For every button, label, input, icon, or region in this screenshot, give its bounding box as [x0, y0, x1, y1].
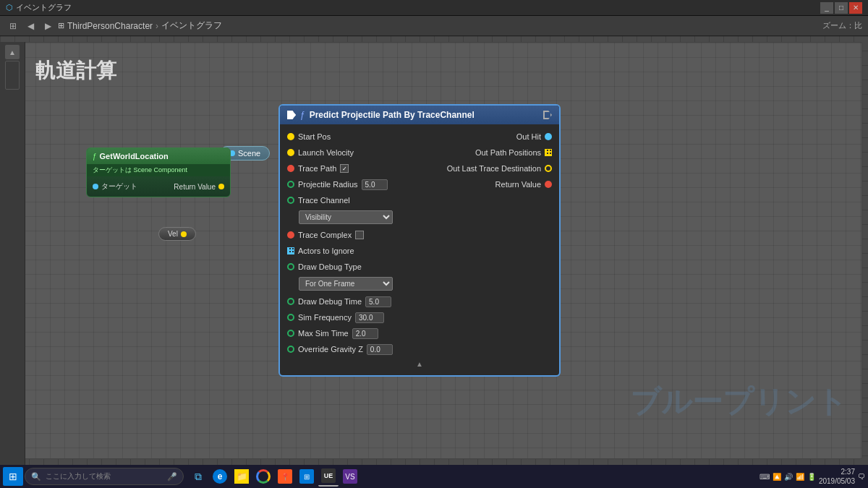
- minimize-button[interactable]: _: [820, 2, 833, 14]
- pin-channel: Trace Channel: [287, 196, 350, 205]
- scroll-indicator: ▲: [280, 357, 559, 371]
- pin-actors-label: Actors to Ignore: [298, 247, 354, 255]
- vel-button[interactable]: Vel: [158, 227, 196, 241]
- pin-return-label: Return Value: [174, 183, 216, 191]
- pin-outpath: Out Path Positions: [475, 148, 552, 157]
- debugtime-input[interactable]: [365, 296, 391, 307]
- pin-radius-label: Projectile Radius: [298, 180, 358, 189]
- pin-debugtype-dot: [287, 263, 294, 270]
- panel-scroll-track[interactable]: [5, 61, 20, 90]
- radius-input[interactable]: [362, 179, 388, 190]
- predict-box: ƒ Predict Projectile Path By TraceChanne…: [278, 104, 561, 377]
- pin-return-dot: [218, 184, 224, 189]
- predict-row-channel: Trace Channel: [280, 192, 559, 208]
- panel-scroll-up[interactable]: ▲: [5, 45, 20, 59]
- pin-return: Return Value: [174, 183, 224, 191]
- breadcrumb-separator: ›: [156, 21, 158, 31]
- forward-button[interactable]: ▶: [41, 19, 55, 33]
- vel-pin: [181, 231, 187, 237]
- title-bar: ⬡ イベントグラフ _ □ ✕: [0, 0, 868, 16]
- maximize-button[interactable]: □: [835, 2, 848, 14]
- search-placeholder: ここに入力して検索: [46, 471, 111, 481]
- home-button[interactable]: ⊞: [6, 19, 20, 33]
- pin-gravity-dot: [287, 346, 294, 353]
- pin-outpath-dot: [545, 149, 552, 156]
- maps-button[interactable]: 📍: [275, 466, 295, 487]
- pin-tracepath-label: Trace Path: [298, 164, 336, 173]
- predict-row-radius: Projectile Radius Return Value: [280, 176, 559, 192]
- chrome-button[interactable]: [253, 466, 273, 487]
- taskbar: ⊞ 🔍 ここに入力して検索 🎤 ⧉ e 📁 📍 ⊞ UE VS ⌨ 🔼 🔊: [0, 465, 868, 488]
- graph-canvas[interactable]: 軌道計算 ブループリント Scene ƒ GetWorldLocation: [6, 42, 862, 459]
- breadcrumb-graph[interactable]: イベントグラフ: [161, 20, 222, 32]
- mic-icon: 🎤: [167, 472, 177, 481]
- title-bar-icon: ⬡: [6, 3, 13, 12]
- vel-label: Vel: [168, 230, 178, 238]
- close-button[interactable]: ✕: [849, 2, 862, 14]
- pin-complex-label: Trace Complex: [298, 231, 352, 239]
- pin-outpath-label: Out Path Positions: [475, 148, 541, 157]
- predict-row-simfreq: Sim Frequency: [280, 309, 559, 325]
- vs-button[interactable]: VS: [340, 466, 360, 487]
- ue4-button[interactable]: UE: [318, 466, 339, 487]
- get-world-box: ƒ GetWorldLocation ターゲットは Scene Componen…: [86, 147, 231, 197]
- task-view-button[interactable]: ⧉: [188, 466, 208, 487]
- pin-simfreq: Sim Frequency: [287, 312, 384, 323]
- pin-simtime: Max Sim Time: [287, 328, 378, 339]
- taskbar-tray: ⌨ 🔼 🔊 📶 🔋 2:37 2019/05/03 🗨: [760, 467, 865, 486]
- taskbar-search[interactable]: 🔍 ここに入力して検索 🎤: [25, 468, 184, 485]
- pin-debugtime-dot: [287, 298, 294, 305]
- tray-time[interactable]: 2:37 2019/05/03: [819, 467, 855, 486]
- canvas-area[interactable]: 軌道計算 ブループリント Scene ƒ GetWorldLocation: [0, 36, 868, 465]
- pin-simtime-dot: [287, 330, 294, 337]
- predict-row-complex: Trace Complex: [280, 227, 559, 243]
- predict-row-startpos: Start Pos Out Hit: [280, 129, 559, 145]
- pin-velocity-dot: [287, 149, 294, 156]
- back-button[interactable]: ◀: [23, 19, 38, 33]
- pin-debugtime: Draw Debug Time: [287, 296, 391, 307]
- trace-channel-dropdown-row: Visibility Camera WorldStatic: [280, 208, 559, 227]
- pin-outhit: Out Hit: [516, 132, 552, 141]
- start-button[interactable]: ⊞: [3, 467, 23, 486]
- pin-tracepath: Trace Path ✓: [287, 164, 349, 173]
- pin-target-label: ターゲット: [101, 181, 137, 192]
- tray-icon-4: 📶: [796, 473, 804, 481]
- pin-debugtime-label: Draw Debug Time: [298, 297, 362, 306]
- predict-row-debugtime: Draw Debug Time: [280, 294, 559, 309]
- zoom-label: ズーム：比: [822, 20, 862, 31]
- tray-icon-2: 🔼: [773, 473, 781, 481]
- pin-radius-dot: [287, 181, 294, 188]
- store-button[interactable]: ⊞: [297, 466, 317, 487]
- date-display: 2019/05/03: [819, 476, 855, 486]
- pin-outlasttrace-dot: [545, 165, 552, 172]
- trace-path-checkbox[interactable]: ✓: [340, 164, 349, 173]
- pin-tracepath-dot: [287, 165, 294, 172]
- breadcrumb-character[interactable]: ThirdPersonCharacter: [67, 21, 153, 31]
- time-display: 2:37: [819, 467, 855, 476]
- pin-startpos-dot: [287, 133, 294, 140]
- exec-pin-in: [287, 111, 296, 119]
- pin-outhit-label: Out Hit: [516, 132, 541, 141]
- menu-bar: ⊞ ◀ ▶ ⊞ ThirdPersonCharacter › イベントグラフ ズ…: [0, 16, 868, 36]
- simtime-input[interactable]: [352, 328, 378, 339]
- get-world-location-node: ƒ GetWorldLocation ターゲットは Scene Componen…: [86, 147, 231, 197]
- trace-complex-checkbox[interactable]: [355, 231, 364, 239]
- trace-channel-select[interactable]: Visibility Camera WorldStatic: [299, 210, 393, 224]
- gravity-input[interactable]: [367, 344, 393, 355]
- graph-title: 軌道計算: [35, 57, 116, 85]
- pin-returnval-dot: [545, 181, 552, 188]
- node-subtitle: ターゲットは Scene Component: [87, 164, 230, 176]
- explorer-button[interactable]: 📁: [231, 466, 252, 487]
- title-bar-text: イベントグラフ: [16, 2, 72, 13]
- left-panel: ▲: [0, 42, 25, 488]
- pin-returnval: Return Value: [495, 180, 552, 189]
- debug-type-select[interactable]: For One Frame None For Duration Persiste…: [299, 277, 393, 291]
- pin-target: ターゲット: [93, 181, 137, 192]
- node-title: GetWorldLocation: [100, 152, 169, 160]
- blueprint-watermark: ブループリント: [630, 382, 847, 422]
- predict-row-tracepath: Trace Path ✓ Out Last Trace Destination: [280, 160, 559, 176]
- pin-debugtype-label: Draw Debug Type: [298, 262, 362, 271]
- simfreq-input[interactable]: [355, 312, 384, 323]
- pin-debugtype: Draw Debug Type: [287, 262, 362, 271]
- edge-button[interactable]: e: [210, 466, 230, 487]
